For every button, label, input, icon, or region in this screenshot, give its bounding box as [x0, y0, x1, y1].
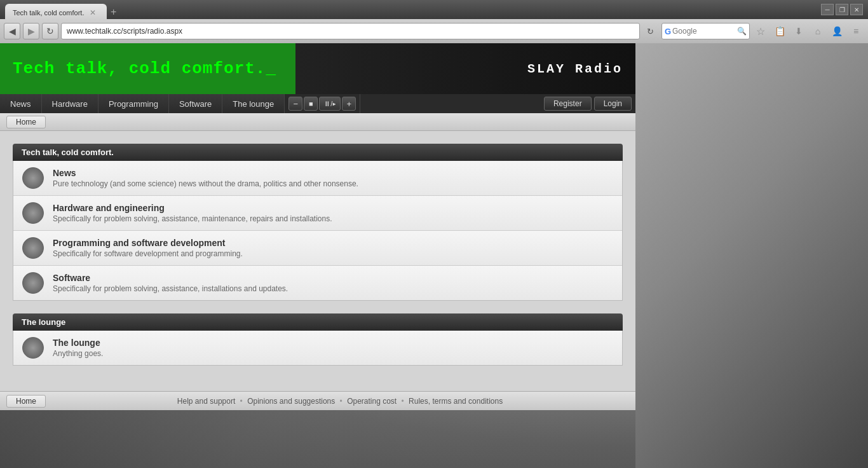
close-button[interactable]: ✕ — [850, 4, 863, 15]
nav-item-hardware[interactable]: Hardware — [42, 94, 98, 113]
footer-link-help[interactable]: Help and support — [177, 397, 235, 406]
radio-label: SLAY Radio — [527, 62, 623, 76]
menu-icon[interactable]: ≡ — [848, 23, 864, 39]
forum-info-thelounge: The lounge Anything goes. — [53, 338, 103, 358]
nav-item-software[interactable]: Software — [169, 94, 222, 113]
main-content-area: Tech talk, cold comfort._ SLAY Radio New… — [0, 43, 635, 468]
forum-info-hardware: Hardware and engineering Specifically fo… — [53, 203, 332, 223]
download-icon[interactable]: ⬇ — [790, 23, 807, 39]
section-header-lounge: The lounge — [13, 313, 623, 331]
radio-stop-button[interactable]: ■ — [304, 97, 318, 111]
back-button[interactable]: ◀ — [4, 23, 20, 39]
profile-icon[interactable]: 👤 — [829, 23, 845, 39]
footer-link-rules[interactable]: Rules, terms and conditions — [409, 397, 503, 406]
auth-buttons: Register Login — [540, 94, 635, 113]
search-input[interactable] — [672, 27, 736, 36]
forum-icon-software — [22, 272, 44, 294]
forum-desc-hardware: Specifically for problem solving, assist… — [53, 214, 332, 223]
footer-link-opinions[interactable]: Opinions and suggestions — [247, 397, 335, 406]
search-button[interactable]: 🔍 — [737, 27, 747, 36]
new-tab-button[interactable]: + — [111, 6, 116, 18]
footer-bar: Home Help and support • Opinions and sug… — [0, 391, 635, 410]
header-green-box: Tech talk, cold comfort._ — [0, 43, 295, 94]
radio-controls: − ■ ⏸/▶ + — [285, 94, 360, 113]
section-tech-talk: Tech talk, cold comfort. News Pure techn… — [13, 144, 623, 301]
site-title: Tech talk, cold comfort._ — [13, 59, 276, 78]
history-icon[interactable]: 📋 — [771, 23, 788, 39]
forum-content: Tech talk, cold comfort. News Pure techn… — [0, 131, 635, 391]
forum-item-hardware[interactable]: Hardware and engineering Specifically fo… — [13, 196, 622, 231]
forum-desc-news: Pure technology (and some science) news … — [53, 179, 358, 188]
forum-icon-programming — [22, 237, 44, 259]
site-header: Tech talk, cold comfort._ SLAY Radio — [0, 43, 635, 94]
forum-list-tech-talk: News Pure technology (and some science) … — [13, 161, 623, 301]
forum-desc-software: Specifically for problem solving, assist… — [53, 284, 288, 293]
page-background: Tech talk, cold comfort._ SLAY Radio New… — [0, 43, 868, 468]
radio-playpause-button[interactable]: ⏸/▶ — [319, 97, 341, 111]
tab-title: Tech talk, cold comfort. — [13, 9, 85, 17]
forum-item-thelounge[interactable]: The lounge Anything goes. — [13, 331, 622, 365]
bookmark-icon[interactable]: ☆ — [752, 23, 769, 39]
right-bg-area — [635, 43, 868, 468]
forum-title-software: Software — [53, 273, 288, 283]
footer-sep-3: • — [402, 397, 404, 406]
forum-info-news: News Pure technology (and some science) … — [53, 168, 358, 188]
forum-list-lounge: The lounge Anything goes. — [13, 331, 623, 366]
forum-desc-thelounge: Anything goes. — [53, 349, 103, 358]
nav-item-programming[interactable]: Programming — [98, 94, 169, 113]
forum-icon-hardware — [22, 202, 44, 224]
footer-home-button[interactable]: Home — [6, 395, 46, 408]
site-nav: News Hardware Programming Software The l… — [0, 94, 635, 113]
home-icon[interactable]: ⌂ — [810, 23, 826, 39]
breadcrumb-home-button[interactable]: Home — [6, 116, 46, 128]
forum-item-news[interactable]: News Pure technology (and some science) … — [13, 161, 622, 196]
header-dark-section: SLAY Radio — [295, 43, 635, 94]
browser-titlebar: Tech talk, cold comfort. ✕ + ─ ❐ ✕ — [0, 0, 868, 19]
forum-item-programming[interactable]: Programming and software development Spe… — [13, 231, 622, 266]
reload-button[interactable]: ↻ — [42, 23, 58, 39]
browser-tab[interactable]: Tech talk, cold comfort. ✕ — [5, 4, 107, 19]
footer-links: Help and support • Opinions and suggesti… — [51, 397, 629, 406]
forum-title-news: News — [53, 168, 358, 178]
minimize-button[interactable]: ─ — [821, 4, 834, 15]
nav-item-news[interactable]: News — [0, 94, 42, 113]
forum-title-thelounge: The lounge — [53, 338, 103, 348]
forum-title-programming: Programming and software development — [53, 238, 243, 248]
section-header-tech-talk: Tech talk, cold comfort. — [13, 144, 623, 161]
refresh-icon[interactable]: ↻ — [642, 23, 659, 39]
forum-info-programming: Programming and software development Spe… — [53, 238, 243, 258]
google-icon: G — [665, 27, 671, 36]
restore-button[interactable]: ❐ — [836, 4, 848, 15]
radio-minus-button[interactable]: − — [288, 97, 302, 111]
nav-item-lounge[interactable]: The lounge — [222, 94, 285, 113]
forum-desc-programming: Specifically for software development an… — [53, 249, 243, 258]
breadcrumb-bar: Home — [0, 113, 635, 131]
register-button[interactable]: Register — [544, 97, 592, 111]
footer-link-cost[interactable]: Operating cost — [347, 397, 397, 406]
forum-icon-thelounge — [22, 337, 44, 359]
forum-title-hardware: Hardware and engineering — [53, 203, 332, 213]
footer-sep-1: • — [240, 397, 243, 406]
login-button[interactable]: Login — [594, 97, 632, 111]
section-lounge: The lounge The lounge Anything goes. — [13, 313, 623, 366]
forum-info-software: Software Specifically for problem solvin… — [53, 273, 288, 293]
browser-toolbar: ◀ ▶ ↻ ↻ G 🔍 ☆ 📋 ⬇ ⌂ 👤 ≡ — [0, 19, 868, 43]
radio-plus-button[interactable]: + — [342, 97, 356, 111]
forum-icon-news — [22, 167, 44, 189]
address-bar[interactable] — [61, 23, 640, 39]
forward-button[interactable]: ▶ — [23, 23, 39, 39]
forum-item-software[interactable]: Software Specifically for problem solvin… — [13, 266, 622, 300]
footer-sep-2: • — [340, 397, 342, 406]
tab-close-icon[interactable]: ✕ — [90, 8, 96, 17]
